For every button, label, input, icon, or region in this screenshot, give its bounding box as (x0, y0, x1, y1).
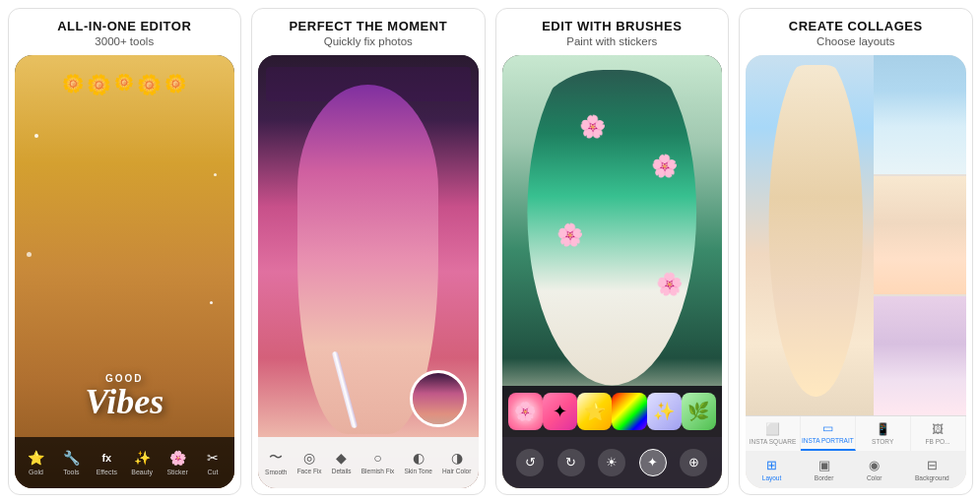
panel1-bg (15, 55, 235, 487)
smooth-label: Smooth (265, 469, 287, 475)
brush-undo-icon[interactable]: ↺ (516, 449, 544, 476)
sparkle3 (27, 252, 32, 257)
tools-icon: 🔧 (60, 449, 82, 467)
insta-square-label: INSTA SQUARE (750, 438, 797, 445)
border-label: Border (815, 474, 834, 481)
tab-fb[interactable]: 🖼 FB PO... (911, 416, 966, 451)
background-label: Background (915, 474, 949, 481)
color-label: Color (867, 474, 882, 481)
brush-adjust-icon[interactable]: ☀ (598, 449, 625, 476)
circle-face-preview (410, 370, 467, 427)
skintone-label: Skin Tone (405, 468, 432, 474)
collage-main-image (746, 55, 874, 414)
bottom-icon2-details[interactable]: ◆ Details (332, 450, 352, 474)
collage-layout-btn[interactable]: ⊞ Layout (762, 458, 782, 481)
panel1-title: ALL-IN-ONE EDITOR (21, 19, 229, 34)
collage-side-img-2 (874, 176, 966, 294)
brush-redo-icon[interactable]: ↻ (557, 449, 585, 476)
bottom-icon2-haircolor[interactable]: ◑ Hair Color (442, 450, 471, 474)
flower-sticker-1: 🌸 (579, 114, 606, 140)
layout-icon: ⊞ (766, 458, 777, 472)
beauty-label: Beauty (131, 469, 153, 475)
panel4-title: CREATE COLLAGES (751, 19, 960, 34)
effects-label: Effects (97, 469, 117, 475)
panel1-phone: 🌼 🌼 🌼 🌼 🌼 GOOD Vibes ⭐ Gold 🔧 Tools (15, 55, 235, 487)
smooth-icon: 〜 (269, 449, 283, 467)
brush-sticker-active-icon[interactable]: ✦ (639, 449, 667, 476)
panel1-header: ALL-IN-ONE EDITOR 3000+ tools (9, 9, 241, 56)
collage-side-img-1 (874, 55, 966, 173)
collage-color-btn[interactable]: ◉ Color (867, 458, 882, 481)
sticker-item-glitter[interactable]: ✨ (647, 393, 682, 430)
sticker-item-flower[interactable]: 🌸 (508, 393, 543, 430)
bottom-icon2-blemish[interactable]: ○ Blemish Fix (361, 450, 395, 474)
collage-tab-row: ⬜ INSTA SQUARE ▭ INSTA PORTRAIT 📱 STORY … (746, 415, 966, 451)
sticker-toolbar: 🌸 ✦ ⭐ ✨ 🌿 (502, 386, 723, 437)
sparkle1 (34, 134, 38, 138)
panel3-header: EDIT WITH BRUSHES Paint with stickers (496, 9, 729, 56)
bottom-icon2-skintone[interactable]: ◐ Skin Tone (405, 450, 432, 474)
sticker-item-sparkle[interactable]: ✦ (543, 393, 577, 430)
panel2-phone: 〜 Smooth ◎ Face Fix ◆ Details ○ Blemish … (258, 55, 479, 487)
bottom-icon-gold[interactable]: ⭐ Gold (25, 449, 46, 475)
color-icon: ◉ (869, 458, 880, 472)
tab-insta-square[interactable]: ⬜ INSTA SQUARE (746, 416, 801, 451)
brush-plus-icon[interactable]: ⊕ (680, 449, 707, 476)
bottom-icon-tools[interactable]: 🔧 Tools (60, 449, 82, 475)
story-label: STORY (872, 438, 893, 445)
panel-moment: PERFECT THE MOMENT Quickly fix photos 〜 … (251, 8, 486, 495)
blemish-label: Blemish Fix (361, 468, 395, 474)
flower-sticker-4: 🌸 (656, 272, 683, 297)
panel2-bottom-bar: 〜 Smooth ◎ Face Fix ◆ Details ○ Blemish … (258, 437, 479, 488)
panel-brushes: EDIT WITH BRUSHES Paint with stickers 🌸 … (495, 8, 730, 495)
panel4-header: CREATE COLLAGES Choose layouts (740, 9, 972, 56)
sticker-icon: 🌸 (166, 449, 188, 467)
tools-label: Tools (63, 469, 79, 475)
bottom-icon2-smooth[interactable]: 〜 Smooth (265, 449, 287, 475)
tab-insta-portrait[interactable]: ▭ INSTA PORTRAIT (801, 416, 856, 451)
collage-side-images (874, 55, 966, 414)
panel2-header: PERFECT THE MOMENT Quickly fix photos (252, 9, 485, 56)
background-icon: ⊟ (927, 458, 938, 472)
sticker-item-star[interactable]: ⭐ (577, 393, 612, 430)
facefix-label: Face Fix (297, 468, 322, 474)
border-icon: ▣ (818, 458, 830, 472)
flowers-crown: 🌼 🌼 🌼 🌼 🌼 (62, 73, 186, 96)
panel3-subtitle: Paint with stickers (508, 35, 717, 47)
panel2-subtitle: Quickly fix photos (264, 35, 473, 47)
panel1-bottom-bar: ⭐ Gold 🔧 Tools fx Effects ✨ Beauty 🌸 (15, 437, 235, 488)
skintone-icon: ◐ (413, 450, 425, 466)
circle-face-inner (413, 373, 464, 424)
gold-icon: ⭐ (25, 449, 46, 467)
collage-border-btn[interactable]: ▣ Border (815, 458, 834, 481)
bottom-icon-sticker[interactable]: 🌸 Sticker (166, 449, 188, 475)
panel1-subtitle: 3000+ tools (21, 35, 229, 47)
panel2-title: PERFECT THE MOMENT (264, 19, 473, 34)
sticker-label: Sticker (166, 469, 187, 475)
panel-editor: ALL-IN-ONE EDITOR 3000+ tools 🌼 🌼 🌼 🌼 🌼 … (8, 8, 242, 495)
collage-background-btn[interactable]: ⊟ Background (915, 458, 949, 481)
panel4-phone: ⬜ INSTA SQUARE ▭ INSTA PORTRAIT 📱 STORY … (746, 55, 966, 487)
beauty-icon: ✨ (131, 449, 153, 467)
tab-story[interactable]: 📱 STORY (856, 416, 911, 451)
bottom-icon2-facefix[interactable]: ◎ Face Fix (297, 450, 322, 474)
layout-label: Layout (762, 474, 782, 481)
insta-square-icon: ⬜ (765, 422, 780, 436)
story-icon: 📱 (876, 422, 890, 436)
sticker-item-leaf[interactable]: 🌿 (682, 393, 716, 430)
sticker-item-rainbow[interactable] (612, 393, 646, 430)
fb-icon: 🖼 (932, 422, 944, 436)
cut-label: Cut (208, 469, 219, 475)
gold-label: Gold (29, 469, 43, 475)
bottom-icon-beauty[interactable]: ✨ Beauty (131, 449, 153, 475)
fb-label: FB PO... (926, 438, 950, 445)
facefix-icon: ◎ (303, 450, 315, 466)
bottom-icon-effects[interactable]: fx Effects (96, 449, 117, 475)
vibes-text-overlay: GOOD Vibes (25, 373, 226, 419)
haircolor-label: Hair Color (442, 468, 471, 474)
blemish-icon: ○ (373, 450, 381, 466)
flower-sticker-3: 🌸 (556, 222, 583, 248)
details-label: Details (332, 468, 352, 474)
insta-portrait-label: INSTA PORTRAIT (802, 437, 854, 444)
bottom-icon-cut[interactable]: ✂ Cut (202, 449, 224, 475)
